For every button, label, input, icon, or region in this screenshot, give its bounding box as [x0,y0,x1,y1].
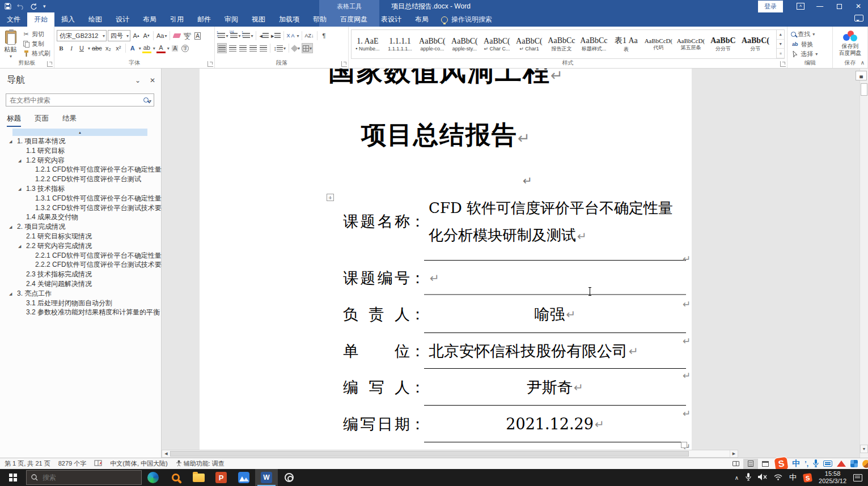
nav-search-input[interactable] [6,96,143,104]
restore-button[interactable] [829,0,849,12]
underline-button[interactable]: U [77,43,86,53]
minimize-button[interactable]: — [810,0,829,12]
shading-bucket-button[interactable]: ▾ [291,43,300,53]
nav-search-box[interactable]: ▾ [6,93,154,106]
save-to-baidu-button[interactable]: 保存到百度网盘 [839,29,862,57]
comments-icon[interactable] [854,15,863,22]
login-button[interactable]: 登录 [758,1,783,12]
style-item[interactable]: 1.1.1.11.1.1.1.1... [384,30,416,58]
redo-icon[interactable] [30,3,37,10]
nav-heading[interactable]: 2.1 研究目标实现情况 [0,232,162,241]
copy-button[interactable]: 复制 [21,39,52,49]
justify-button[interactable] [248,43,257,53]
increase-indent-button[interactable]: ▸ [270,31,281,41]
taskbar-edge-icon[interactable] [142,469,164,486]
numbering-button[interactable]: ▾ [230,31,241,41]
taskbar-search-app-icon[interactable] [164,469,187,486]
styles-scroll-up-icon[interactable]: ▲ [777,30,784,40]
nav-heading[interactable]: 2.2.1 CFD软件可信度评价平台不确定性量化... [0,251,162,261]
phonetic-guide-button[interactable]: wén文 [183,31,192,41]
font-color-button[interactable]: A [156,43,166,53]
distribute-button[interactable] [259,43,268,53]
nav-pane-close-icon[interactable]: ✕ [150,76,155,84]
nav-heading[interactable]: ◢3. 亮点工作 [0,289,162,299]
tab-mailings[interactable]: 邮件 [190,12,218,27]
start-button[interactable] [0,469,26,486]
taskbar-powerpoint-icon[interactable]: P [210,469,232,486]
nav-search-icon[interactable]: ▾ [143,96,154,104]
tray-mic-icon[interactable] [746,473,751,483]
scroll-right-icon[interactable]: ▶ [730,450,738,457]
taskbar-meeting-app-icon[interactable] [232,469,255,486]
styles-scroll-down-icon[interactable]: ▼ [777,40,784,49]
line-spacing-button[interactable]: ↕▾ [273,43,286,53]
tab-home[interactable]: 开始 [27,12,54,27]
multilevel-list-button[interactable]: ▾ [242,31,253,41]
collapse-ribbon-icon[interactable]: ∧ [861,59,865,66]
bold-button[interactable]: B [57,43,66,53]
style-item[interactable]: AaBbC(分节 [739,30,772,58]
superscript-button[interactable]: x² [114,43,123,53]
nav-heading[interactable]: 1.3.1 CFD软件可信度评价平台不确定性量化... [0,194,162,203]
strikethrough-button[interactable]: abc [91,43,103,53]
nav-heading[interactable]: ◢1. 项目基本情况 [0,137,162,146]
format-painter-button[interactable]: 格式刷 [21,49,52,58]
print-layout-button[interactable] [743,459,758,469]
style-item[interactable]: AaBbC(apple-co... [416,30,448,58]
undo-icon[interactable] [17,3,24,10]
qat-customize-icon[interactable]: ▾ [43,3,46,9]
page-indicator[interactable]: 第 1 页, 共 21 页 [5,459,50,468]
tab-view[interactable]: 视图 [245,12,272,27]
language-indicator[interactable]: 中文(简体, 中国大陆) [110,459,167,468]
nav-pane-options-icon[interactable]: ⌄ [135,76,141,84]
tab-insert[interactable]: 插入 [54,12,82,27]
taskbar-word-icon[interactable]: W [255,469,278,486]
clipboard-dialog-launcher[interactable] [47,61,53,67]
tab-review[interactable]: 审阅 [218,12,245,27]
find-button[interactable]: 查找▾ [790,29,830,39]
text-effects-button[interactable]: A [128,43,137,53]
ime-chinese-icon[interactable]: 中 [792,459,800,469]
action-center-icon[interactable] [853,474,862,481]
cut-button[interactable]: ✂剪切 [21,29,52,39]
ime-punctuation-icon[interactable]: ’, [805,460,808,468]
tab-design[interactable]: 设计 [109,12,136,27]
taskbar-search-input[interactable] [43,474,122,481]
decrease-indent-button[interactable]: ◂ [259,31,269,41]
tell-me-search[interactable]: 操作说明搜索 [435,12,498,27]
word-count[interactable]: 8279 个字 [58,459,87,468]
read-mode-button[interactable] [729,459,743,469]
ime-skin-icon[interactable] [837,461,846,467]
ime-partial-icon[interactable] [862,460,868,468]
tab-addins[interactable]: 加载项 [272,12,306,27]
save-icon[interactable] [5,3,11,10]
nav-heading[interactable]: ◢1.2 研究内容 [0,156,162,165]
italic-button[interactable]: I [67,43,76,53]
style-item[interactable]: AaBbCc报告正文 [545,30,578,58]
tab-baidu-netdisk[interactable]: 百度网盘 [333,12,374,27]
ime-keyboard-icon[interactable] [823,461,832,467]
tab-help[interactable]: 帮助 [306,12,333,27]
nav-heading[interactable]: ◢2.2 研究内容完成情况 [0,241,162,251]
style-item[interactable]: AaBbCcD(第五层条 [675,30,707,58]
tab-table-layout[interactable]: 布局 [408,12,435,27]
nav-heading[interactable]: 1.3.2 CFD软件可信度评价平台测试技术要求 [0,203,162,213]
ruler-toggle-button[interactable]: ▄ [856,71,867,80]
nav-heading[interactable]: 1.4 成果及交付物 [0,212,162,222]
highlight-button[interactable]: ab [142,43,151,53]
tray-ime-indicator[interactable]: 中 [789,472,797,483]
style-item[interactable]: 1. AaE• Numbe... [352,30,384,58]
ime-mic-icon[interactable] [813,459,819,468]
tab-file[interactable]: 文件 [0,12,27,27]
enclose-characters-button[interactable]: 字 [181,43,190,53]
taskbar-search-box[interactable] [26,470,142,485]
nav-heading[interactable]: 3.1 后处理封闭物面自动分割 [0,299,162,308]
align-left-button[interactable] [217,43,227,53]
font-dialog-launcher[interactable] [208,61,213,67]
taskbar-file-explorer-icon[interactable] [187,469,210,486]
tray-network-icon[interactable] [774,474,782,482]
grow-font-button[interactable]: A▴ [132,31,141,41]
tray-volume-muted-icon[interactable] [758,474,767,482]
style-item[interactable]: AaBbC(apple-sty... [448,30,481,58]
align-right-button[interactable] [238,43,247,53]
